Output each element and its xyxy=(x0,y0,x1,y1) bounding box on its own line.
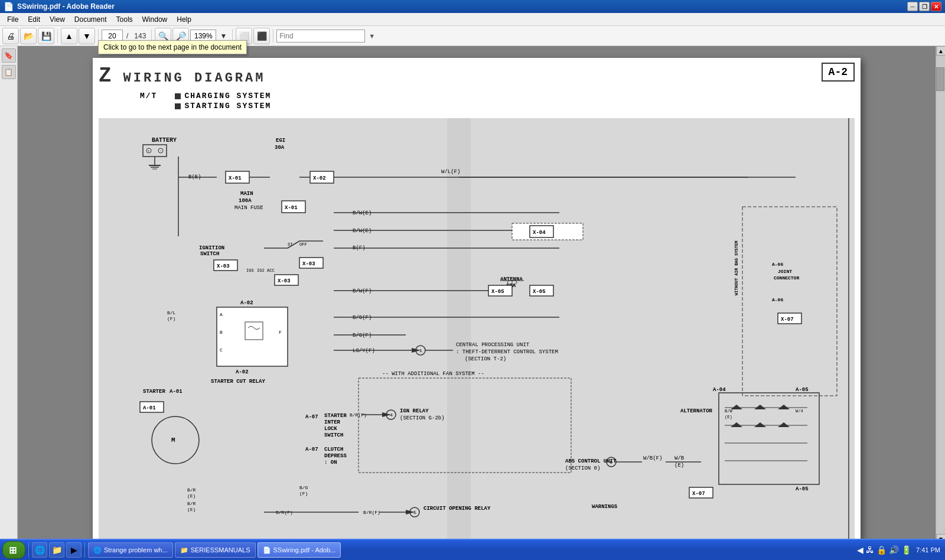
svg-text:ANTENNA: ANTENNA xyxy=(500,276,523,282)
svg-text:-: - xyxy=(159,149,162,153)
taskbar-separator-2 xyxy=(84,542,85,558)
svg-text:A-06: A-06 xyxy=(772,297,783,302)
restore-button[interactable]: ❐ xyxy=(919,2,930,11)
svg-text:OFF: OFF xyxy=(299,242,307,247)
minimize-button[interactable]: ─ xyxy=(907,2,918,11)
pdf-page: Z WIRING DIAGRAM M/T CHARGING SYSTEM STA… xyxy=(93,58,861,542)
bookmarks-button[interactable]: 🔖 xyxy=(2,48,16,63)
taskbar-quick-media[interactable]: ▶ xyxy=(66,542,82,558)
left-panel: 🔖 📋 xyxy=(0,46,18,543)
menu-file[interactable]: File xyxy=(2,13,23,26)
svg-text:ABS CONTROL UNIT: ABS CONTROL UNIT xyxy=(565,458,617,464)
diagram-title: Z WIRING DIAGRAM xyxy=(99,64,855,88)
svg-text:X-03: X-03 xyxy=(302,261,315,267)
diagram-z-letter: Z xyxy=(99,64,112,88)
window-icon-1: 🌐 xyxy=(93,546,102,554)
svg-text:IGS: IGS xyxy=(246,268,254,273)
svg-text:X-03: X-03 xyxy=(217,263,230,269)
menu-view[interactable]: View xyxy=(45,13,70,26)
svg-text:IG2: IG2 xyxy=(257,268,265,273)
fit-width-button[interactable]: ⬛ xyxy=(253,28,270,44)
menu-tools[interactable]: Tools xyxy=(112,13,138,26)
svg-text:4: 4 xyxy=(390,412,393,418)
sys-volume-icon[interactable]: 🔊 xyxy=(889,545,899,555)
svg-text:30A: 30A xyxy=(275,145,285,151)
taskbar-quick-ie[interactable]: 🌐 xyxy=(32,542,47,558)
taskbar-window-3[interactable]: 📄 SSwiring.pdf - Adob... xyxy=(258,542,341,558)
window-label-3: SSwiring.pdf - Adob... xyxy=(273,546,336,554)
taskbar-window-2[interactable]: 📁 SERIESSMANUALS xyxy=(175,542,256,558)
svg-text:-- WITH ADDITIONAL FAN SYSTEM : -- WITH ADDITIONAL FAN SYSTEM -- xyxy=(382,371,484,377)
svg-text:LOCK: LOCK xyxy=(324,426,337,432)
svg-text:F: F xyxy=(279,330,282,335)
save-button[interactable]: 💾 xyxy=(38,28,54,44)
svg-text:B/W(E): B/W(E) xyxy=(353,210,372,216)
svg-text:A-05: A-05 xyxy=(796,387,809,393)
right-scrollbar[interactable]: ▲ ▼ xyxy=(936,46,945,543)
svg-text:X-02: X-02 xyxy=(313,175,326,181)
find-input[interactable] xyxy=(276,30,365,43)
taskbar-quick-folder[interactable]: 📁 xyxy=(49,542,64,558)
subtitle-mt: M/T xyxy=(140,92,157,110)
main-area: 🔖 📋 Z WIRING DIAGRAM M/T CHARGING SYSTEM xyxy=(0,46,945,543)
svg-text:A-05: A-05 xyxy=(796,486,809,492)
close-button[interactable]: ✕ xyxy=(931,2,941,11)
svg-rect-0 xyxy=(99,118,855,542)
sys-battery-icon[interactable]: 🔋 xyxy=(901,545,911,555)
svg-text:A-04: A-04 xyxy=(713,387,726,393)
app-icon: 📄 xyxy=(4,2,14,11)
svg-text:W/L(F): W/L(F) xyxy=(441,169,460,175)
svg-text:+: + xyxy=(148,149,150,153)
svg-text:ACC: ACC xyxy=(267,268,275,273)
scroll-thumb[interactable] xyxy=(936,67,944,91)
open-button[interactable]: 📂 xyxy=(20,28,37,44)
windows-logo: ⊞ xyxy=(9,545,17,556)
svg-text:IGNITION: IGNITION xyxy=(199,245,224,251)
prev-page-button[interactable]: ▲ xyxy=(61,28,77,44)
svg-text:(E): (E) xyxy=(187,493,195,499)
svg-text:B/W: B/W xyxy=(725,409,732,414)
svg-text:MAIN: MAIN xyxy=(240,191,253,197)
menu-window[interactable]: Window xyxy=(138,13,172,26)
svg-text:C: C xyxy=(220,347,223,353)
svg-text:X-01: X-01 xyxy=(229,175,242,181)
svg-text:A-07: A-07 xyxy=(305,447,318,452)
sys-arrow-icon[interactable]: ◀ xyxy=(857,545,863,555)
svg-text:CONNECTOR: CONNECTOR xyxy=(774,275,799,281)
svg-text:A-07: A-07 xyxy=(305,414,318,420)
svg-text:B/L: B/L xyxy=(167,310,176,315)
taskbar-window-1[interactable]: 🌐 Strange problem wh... xyxy=(88,542,173,558)
svg-text:1: 1 xyxy=(419,348,422,353)
next-page-button[interactable]: ▼ xyxy=(79,28,95,44)
scroll-up-button[interactable]: ▲ xyxy=(936,46,945,56)
find-dropdown[interactable]: ▼ xyxy=(366,32,375,40)
zoom-dropdown-arrow[interactable]: ▼ xyxy=(217,32,229,40)
svg-text:ALTERNATOR: ALTERNATOR xyxy=(680,408,713,414)
svg-text:M: M xyxy=(171,437,175,444)
svg-text:X-03: X-03 xyxy=(278,278,291,284)
title-bar-controls[interactable]: ─ ❐ ✕ xyxy=(907,2,941,11)
thumbnails-button[interactable]: 📋 xyxy=(2,65,16,79)
menu-document[interactable]: Document xyxy=(70,13,112,26)
menu-edit[interactable]: Edit xyxy=(23,13,45,26)
svg-text:WARNINGS: WARNINGS xyxy=(592,504,618,510)
charging-label: CHARGING SYSTEM xyxy=(184,92,271,100)
svg-text:STARTER: STARTER xyxy=(143,389,165,395)
sys-security-icon[interactable]: 🔒 xyxy=(876,545,887,555)
menu-help[interactable]: Help xyxy=(172,13,196,26)
svg-text:IGN RELAY: IGN RELAY xyxy=(400,408,429,414)
toolbar: 🖨 📂 💾 ▲ ▼ / 143 🔍 🔎 ▼ ⬜ ⬛ ▼ Click to go … xyxy=(0,26,945,46)
taskbar-right: ◀ 🖧 🔒 🔊 🔋 7:41 PM xyxy=(857,545,943,555)
svg-text:EGI: EGI xyxy=(276,138,285,144)
print-button[interactable]: 🖨 xyxy=(2,28,19,44)
start-button[interactable]: ⊞ xyxy=(2,541,25,559)
pdf-area[interactable]: Z WIRING DIAGRAM M/T CHARGING SYSTEM STA… xyxy=(18,46,936,543)
svg-text:(SECTION G-2b): (SECTION G-2b) xyxy=(400,415,445,421)
svg-text:(E): (E) xyxy=(674,463,684,468)
scroll-track[interactable] xyxy=(936,56,945,534)
diagram-container: Z WIRING DIAGRAM M/T CHARGING SYSTEM STA… xyxy=(93,58,861,542)
sys-network-icon[interactable]: 🖧 xyxy=(866,545,874,555)
title-bar-left: 📄 SSwiring.pdf - Adobe Reader xyxy=(4,2,115,11)
svg-text:(SECTION T-2): (SECTION T-2) xyxy=(465,356,506,362)
svg-text:B/R: B/R xyxy=(187,487,196,493)
